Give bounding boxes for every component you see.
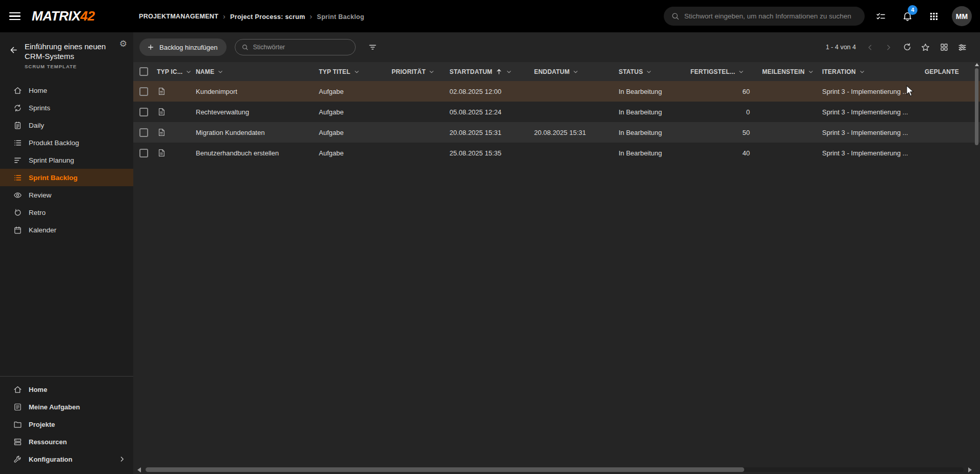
horizontal-scrollbar-thumb[interactable] <box>146 467 744 472</box>
scroll-up-arrow-icon[interactable] <box>975 63 979 66</box>
sidebar-item-ressourcen[interactable]: Ressourcen <box>0 433 133 450</box>
global-search[interactable] <box>664 7 865 26</box>
chevron-down-icon <box>353 68 360 75</box>
hamburger-menu-icon[interactable] <box>9 12 23 20</box>
sidebar: ⚙ Einführung eines neuen CRM-Systems SCR… <box>0 32 133 474</box>
column-header-meilenstein[interactable]: MEILENSTEIN <box>762 68 822 75</box>
column-header-iteration[interactable]: ITERATION <box>822 68 925 75</box>
cell-name: Benutzerhandbuch erstellen <box>196 149 319 157</box>
column-header-startdatum[interactable]: STARTDATUM <box>450 68 534 75</box>
history-icon <box>13 208 22 217</box>
sidebar-item-konfiguration[interactable]: Konfiguration <box>0 450 133 468</box>
tasks-checklist-icon[interactable] <box>870 6 891 27</box>
global-search-input[interactable] <box>684 12 858 20</box>
sidebar-item-daily[interactable]: Daily <box>0 116 133 134</box>
sidebar-item-sprint-backlog[interactable]: Sprint Backlog <box>0 169 133 186</box>
project-title: Einführung eines neuen CRM-Systems <box>25 42 107 61</box>
vertical-scrollbar[interactable] <box>974 62 979 466</box>
cell-iteration: Sprint 3 - Implementierung ... <box>822 108 925 116</box>
sidebar-item-review[interactable]: Review <box>0 186 133 204</box>
column-header-name[interactable]: NAME <box>196 68 319 75</box>
sidebar-item-home[interactable]: Home <box>0 82 133 99</box>
table-row[interactable]: Rechteverwaltung Aufgabe 05.08.2025 12:2… <box>133 102 980 122</box>
filter-icon[interactable] <box>364 39 381 56</box>
cell-iteration: Sprint 3 - Implementierung ... <box>822 149 925 157</box>
top-bar: MATRIX42 PROJEKTMANAGEMENT Project Proce… <box>0 0 980 32</box>
chevron-down-icon <box>738 68 745 75</box>
row-checkbox[interactable] <box>139 128 148 137</box>
keyword-search[interactable] <box>235 39 356 55</box>
column-header-status[interactable]: STATUS <box>619 68 690 75</box>
sidebar-item-meine-aufgaben[interactable]: Meine Aufgaben <box>0 398 133 416</box>
cell-typ-titel: Aufgabe <box>319 149 392 157</box>
back-arrow-icon[interactable] <box>7 44 19 56</box>
cell-name: Migration Kundendaten <box>196 129 319 136</box>
sidebar-item-retro[interactable]: Retro <box>0 204 133 221</box>
task-document-icon <box>157 148 190 157</box>
chevron-down-icon <box>217 68 224 75</box>
grid-toolbar: Backlog hinzufügen 1 - 4 von 4 <box>133 32 980 62</box>
cell-enddatum: 20.08.2025 15:31 <box>534 129 619 136</box>
cell-startdatum: 02.08.2025 12:00 <box>450 88 534 95</box>
breadcrumb-item[interactable]: Project Process: scrum <box>218 12 305 21</box>
sidebar-item-projekte[interactable]: Projekte <box>0 416 133 433</box>
table-row[interactable]: Migration Kundendaten Aufgabe 20.08.2025… <box>133 122 980 143</box>
row-checkbox[interactable] <box>139 149 148 157</box>
cell-status: In Bearbeitung <box>619 129 690 136</box>
add-backlog-button[interactable]: Backlog hinzufügen <box>139 38 227 56</box>
user-avatar[interactable]: MM <box>952 6 972 26</box>
layout-view-icon[interactable] <box>935 39 952 56</box>
nav-label: Home <box>29 386 47 393</box>
scroll-left-arrow-icon[interactable] <box>137 467 141 472</box>
project-nav: Home Sprints Daily Produkt Backlog Sprin… <box>0 82 133 239</box>
sidebar-item-sprints[interactable]: Sprints <box>0 99 133 116</box>
nav-label: Sprint Backlog <box>29 174 77 182</box>
global-nav: Home Meine Aufgaben Projekte Ressourcen … <box>0 376 133 474</box>
row-checkbox[interactable] <box>139 87 148 96</box>
sidebar-item-home-global[interactable]: Home <box>0 381 133 398</box>
sort-ascending-arrow-icon <box>495 68 503 75</box>
matrix42-logo[interactable]: MATRIX42 <box>32 8 95 24</box>
search-icon <box>671 12 680 21</box>
sync-icon <box>13 104 22 112</box>
column-header-enddatum[interactable]: ENDDATUM <box>534 68 619 75</box>
page-next-icon[interactable] <box>880 39 897 56</box>
cell-startdatum: 05.08.2025 12:24 <box>450 108 534 116</box>
nav-label: Home <box>29 87 47 94</box>
table-row[interactable]: Kundenimport Aufgabe 02.08.2025 12:00 In… <box>133 81 980 102</box>
search-icon <box>241 44 249 51</box>
gear-icon[interactable]: ⚙ <box>119 40 127 48</box>
sidebar-item-kalender[interactable]: Kalender <box>0 221 133 239</box>
refresh-icon[interactable] <box>899 39 915 56</box>
home-icon <box>13 86 22 95</box>
column-header-typ-titel[interactable]: TYP TITEL <box>319 68 392 75</box>
cell-fertigstellung: 40 <box>690 149 762 157</box>
notifications-bell-icon[interactable]: 4 <box>896 6 918 27</box>
column-header-fertigstellung[interactable]: FERTIGSTEL... <box>690 68 762 75</box>
apps-grid-icon[interactable] <box>923 6 945 27</box>
row-checkbox[interactable] <box>139 108 148 116</box>
favorite-star-icon[interactable] <box>917 39 934 56</box>
sidebar-item-produkt-backlog[interactable]: Produkt Backlog <box>0 134 133 151</box>
keyword-search-input[interactable] <box>253 44 349 51</box>
vertical-scrollbar-thumb[interactable] <box>975 68 978 145</box>
cell-typ-titel: Aufgabe <box>319 108 392 116</box>
sidebar-item-sprint-planung[interactable]: Sprint Planung <box>0 151 133 169</box>
scroll-right-arrow-icon[interactable] <box>968 467 972 472</box>
select-all-checkbox[interactable] <box>139 67 148 76</box>
pagination-status: 1 - 4 von 4 <box>826 44 856 51</box>
horizontal-scrollbar[interactable] <box>137 467 972 472</box>
nav-label: Daily <box>29 122 44 129</box>
column-header-prioritaet[interactable]: PRIORITÄT <box>392 68 450 75</box>
nav-label: Kalender <box>29 226 56 234</box>
column-header-geplante[interactable]: GEPLANTE <box>925 68 980 75</box>
table-row[interactable]: Benutzerhandbuch erstellen Aufgabe 25.08… <box>133 143 980 163</box>
column-settings-sliders-icon[interactable] <box>954 39 971 56</box>
breadcrumb-item[interactable]: PROJEKTMANAGEMENT <box>139 13 218 20</box>
breadcrumb-item[interactable]: Sprint Backlog <box>305 12 364 21</box>
page-previous-icon[interactable] <box>862 39 879 56</box>
column-header-typ-icon[interactable]: TYP IC... <box>157 68 196 75</box>
breadcrumb: PROJEKTMANAGEMENT Project Process: scrum… <box>139 0 364 32</box>
chevron-down-icon <box>572 68 579 75</box>
nav-label: Ressourcen <box>29 438 67 446</box>
